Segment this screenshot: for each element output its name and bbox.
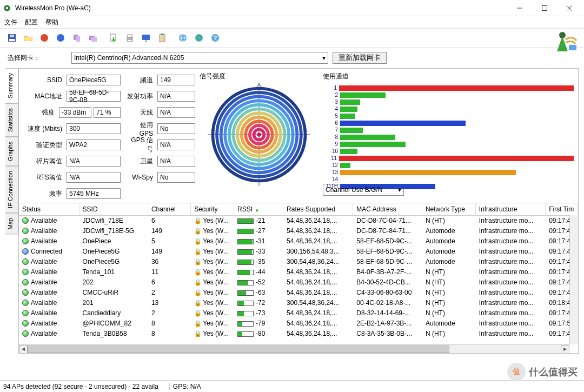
scroll-left-button[interactable]: ◀ — [19, 345, 28, 354]
tab-summary[interactable]: Summary — [5, 68, 18, 103]
export-icon[interactable] — [106, 30, 121, 45]
th-channel[interactable]: Channel — [148, 203, 190, 216]
cell-security: 🔒Yes (W... — [191, 236, 234, 247]
scroll-right-button[interactable]: ▶ — [561, 345, 569, 354]
globe-icon[interactable] — [175, 30, 190, 45]
ssid-label: SSID — [23, 76, 64, 84]
th-ssid[interactable]: SSID — [79, 203, 148, 216]
frag-label: 碎片阈值 — [23, 157, 64, 166]
record-icon[interactable] — [37, 30, 52, 45]
strength-pct: 71 % — [94, 107, 121, 118]
svg-rect-21 — [160, 35, 165, 42]
cell-nettype: Automode — [422, 257, 475, 267]
refresh-globe-icon[interactable] — [191, 30, 207, 45]
window-title: WirelessMon Pro (We-aC) — [15, 4, 507, 12]
menu-config[interactable]: 配置 — [25, 18, 38, 27]
channel-bar-label: 6 — [323, 120, 340, 126]
channel-bar-row: 6 — [323, 119, 574, 127]
cell-ssid: JDCwifi_718E — [79, 216, 148, 226]
table-row[interactable]: AvailableOnePiece5G36🔒Yes (W...-35300,54… — [19, 257, 578, 267]
th-nettype[interactable]: Network Type — [422, 203, 475, 216]
menu-help[interactable]: 帮助 — [45, 18, 58, 27]
status-gps: GPS: N/A — [169, 383, 212, 390]
status-dot-icon — [22, 279, 29, 285]
table-row[interactable]: AvailableCandieddiary2🔒Yes (W...-7354,48… — [19, 308, 578, 318]
cell-nettype: N (HT) — [422, 288, 475, 298]
maximize-button[interactable] — [532, 1, 557, 16]
table-row[interactable]: AvailableCMCC-uRiR2🔒Yes (W...-6354,48,36… — [19, 288, 578, 298]
table-row[interactable]: AvailableTenda_10111🔒Yes (W...-4454,48,3… — [19, 267, 578, 277]
cell-ssid: Tenda_101 — [79, 267, 148, 277]
cell-nettype: N (HT) — [422, 277, 475, 288]
ant-label: 天线 — [125, 108, 155, 117]
stop-icon[interactable] — [53, 30, 68, 45]
mac-value: 58-EF-68-5D-9C-0B — [67, 91, 121, 102]
table-row[interactable]: Available20113🔒Yes (W...-72300,54,48,36,… — [19, 298, 578, 308]
print-icon[interactable] — [122, 30, 137, 45]
cell-rates: 300,54,48,36,24... — [283, 298, 353, 308]
tab-ipconnection[interactable]: IP Connection — [5, 166, 18, 213]
channel-bar — [340, 107, 357, 112]
svg-point-46 — [257, 132, 261, 137]
channel-bar-row: 1 — [323, 84, 574, 91]
table-row[interactable]: AvailableJDCwifi_718E-5G149🔒Yes (W...-27… — [19, 226, 578, 236]
help-icon[interactable]: ? — [208, 30, 223, 45]
cell-channel: 2 — [148, 288, 190, 298]
cell-security: 🔒Yes (W... — [191, 329, 234, 339]
th-rssi[interactable]: RSSI — [234, 203, 283, 216]
tab-statistics[interactable]: Statistics — [5, 103, 18, 137]
layers-icon[interactable] — [85, 30, 101, 45]
table-row[interactable]: AvailableOnePiece5🔒Yes (W...-3154,48,36,… — [19, 236, 578, 247]
table-row[interactable]: Available@PHICOMM_828🔒Yes (W...-7954,48,… — [19, 318, 578, 329]
vertical-scrollbar[interactable] — [569, 215, 578, 344]
close-button[interactable] — [557, 1, 582, 16]
th-security[interactable]: Security — [191, 203, 234, 216]
app-icon — [2, 3, 12, 13]
th-ftime[interactable]: First Tim — [546, 203, 578, 216]
clipboard-icon[interactable] — [155, 30, 170, 45]
adapter-reload-button[interactable]: 重新加载网卡 — [333, 52, 387, 64]
save-icon[interactable] — [4, 30, 19, 45]
cell-infra: Infrastructure mo... — [475, 236, 545, 247]
tab-map[interactable]: Map — [5, 213, 18, 234]
minimize-button[interactable] — [507, 1, 532, 16]
folder-icon[interactable] — [21, 30, 36, 45]
copy-icon[interactable] — [69, 30, 84, 45]
status-dot-icon — [22, 217, 29, 224]
tab-graphs[interactable]: Graphs — [5, 137, 18, 166]
cell-rates: 54,48,36,24,18,... — [283, 226, 353, 236]
channel-bar-label: 13 — [323, 169, 340, 175]
horizontal-scrollbar[interactable]: ◀ ▶ — [19, 344, 569, 353]
cell-channel: 8 — [148, 318, 190, 329]
chan-value: 149 — [157, 75, 195, 85]
cell-security: 🔒Yes (W... — [191, 308, 234, 318]
cell-mac: 58-EF-68-5D-9C-... — [353, 257, 422, 267]
txpower-label: 发射功率 — [125, 92, 155, 101]
cell-rssi: -79 — [234, 318, 283, 329]
table-row[interactable]: ConnectedOnePiece5G149🔒Yes (W...-33300,1… — [19, 247, 578, 257]
cell-mac: 00-4C-02-18-A8-... — [353, 298, 422, 308]
th-infra[interactable]: Infrastructure — [475, 203, 545, 216]
th-status[interactable]: Status — [19, 203, 79, 216]
cell-nettype: Automode — [422, 247, 475, 257]
channel-bar — [340, 121, 466, 126]
status-dot-icon — [22, 248, 29, 255]
cell-mac: B4-30-52-4D-CB... — [353, 277, 422, 288]
th-rates[interactable]: Rates Supported — [283, 203, 353, 216]
cell-security: 🔒Yes (W... — [191, 247, 234, 257]
th-mac[interactable]: MAC Address — [353, 203, 422, 216]
cell-security: 🔒Yes (W... — [191, 216, 234, 226]
cell-rates: 54,48,36,24,18,... — [283, 318, 353, 329]
channel-bar — [339, 85, 574, 91]
cell-ssid: 202 — [79, 277, 148, 288]
table-row[interactable]: AvailableJDCwifi_718E6🔒Yes (W...-2154,48… — [19, 216, 578, 226]
status-dot-icon — [22, 228, 29, 234]
auth-label: 验证类型 — [23, 141, 64, 150]
monitor-icon[interactable] — [138, 30, 154, 45]
table-row[interactable]: AvailableTenda_3B0B588🔒Yes (W...-8054,48… — [19, 329, 578, 339]
table-row[interactable]: Available2026🔒Yes (W...-5254,48,36,24,18… — [19, 277, 578, 288]
cell-mac: DC-D8-7C-84-71... — [353, 226, 422, 236]
menu-file[interactable]: 文件 — [4, 18, 17, 27]
adapter-select[interactable]: Intel(R) Centrino(R) Advanced-N 6205 ▾ — [71, 52, 328, 64]
svg-rect-8 — [10, 35, 14, 37]
